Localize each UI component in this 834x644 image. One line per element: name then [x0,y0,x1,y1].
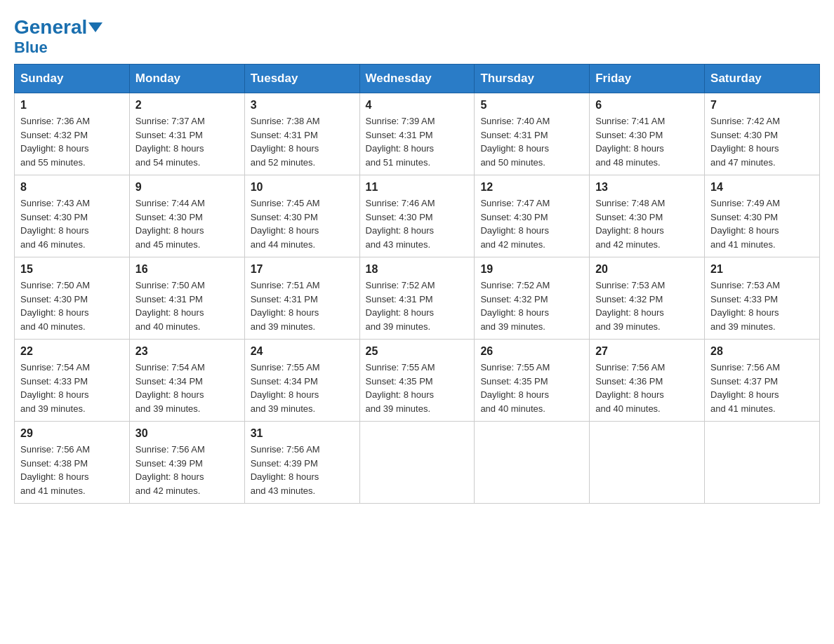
page-header: General Blue [14,14,820,57]
day-number: 2 [135,99,239,112]
calendar-cell: 3 Sunrise: 7:38 AM Sunset: 4:31 PM Dayli… [244,93,359,175]
day-info: Sunrise: 7:40 AM Sunset: 4:31 PM Dayligh… [480,114,583,169]
day-info: Sunrise: 7:50 AM Sunset: 4:31 PM Dayligh… [135,279,239,333]
day-number: 19 [480,263,583,276]
column-header-sunday: Sunday [15,65,130,93]
day-info: Sunrise: 7:56 AM Sunset: 4:36 PM Dayligh… [595,361,699,415]
calendar-cell: 24 Sunrise: 7:55 AM Sunset: 4:34 PM Dayl… [244,340,359,422]
calendar-cell: 4 Sunrise: 7:39 AM Sunset: 4:31 PM Dayli… [359,93,475,175]
day-info: Sunrise: 7:48 AM Sunset: 4:30 PM Dayligh… [595,196,699,251]
day-info: Sunrise: 7:41 AM Sunset: 4:30 PM Dayligh… [595,114,699,169]
day-number: 12 [480,181,583,194]
day-number: 28 [710,345,814,358]
day-info: Sunrise: 7:52 AM Sunset: 4:31 PM Dayligh… [366,279,469,333]
day-info: Sunrise: 7:56 AM Sunset: 4:39 PM Dayligh… [135,443,239,497]
day-info: Sunrise: 7:54 AM Sunset: 4:34 PM Dayligh… [135,361,239,415]
day-number: 26 [480,345,583,358]
calendar-week-2: 8 Sunrise: 7:43 AM Sunset: 4:30 PM Dayli… [15,175,820,257]
calendar-cell: 17 Sunrise: 7:51 AM Sunset: 4:31 PM Dayl… [244,257,359,340]
calendar-cell: 22 Sunrise: 7:54 AM Sunset: 4:33 PM Dayl… [15,340,130,422]
calendar-cell: 11 Sunrise: 7:46 AM Sunset: 4:30 PM Dayl… [359,175,475,257]
day-number: 27 [595,345,699,358]
day-number: 13 [595,181,699,194]
day-info: Sunrise: 7:44 AM Sunset: 4:30 PM Dayligh… [135,196,239,251]
day-info: Sunrise: 7:56 AM Sunset: 4:39 PM Dayligh… [251,443,354,497]
calendar-cell: 29 Sunrise: 7:56 AM Sunset: 4:38 PM Dayl… [15,422,130,504]
column-header-saturday: Saturday [705,65,820,93]
day-number: 30 [135,427,239,440]
calendar-week-3: 15 Sunrise: 7:50 AM Sunset: 4:30 PM Dayl… [15,257,820,340]
calendar-cell: 31 Sunrise: 7:56 AM Sunset: 4:39 PM Dayl… [244,422,359,504]
calendar-week-5: 29 Sunrise: 7:56 AM Sunset: 4:38 PM Dayl… [15,422,820,504]
day-info: Sunrise: 7:55 AM Sunset: 4:35 PM Dayligh… [366,361,469,415]
day-info: Sunrise: 7:56 AM Sunset: 4:38 PM Dayligh… [20,443,124,497]
day-info: Sunrise: 7:43 AM Sunset: 4:30 PM Dayligh… [20,196,124,251]
calendar-cell: 27 Sunrise: 7:56 AM Sunset: 4:36 PM Dayl… [590,340,705,422]
column-header-tuesday: Tuesday [244,65,359,93]
day-info: Sunrise: 7:38 AM Sunset: 4:31 PM Dayligh… [251,114,354,169]
calendar-cell [359,422,475,504]
calendar-week-1: 1 Sunrise: 7:36 AM Sunset: 4:32 PM Dayli… [15,93,820,175]
column-header-monday: Monday [129,65,244,93]
day-number: 23 [135,345,239,358]
day-info: Sunrise: 7:36 AM Sunset: 4:32 PM Dayligh… [20,114,124,169]
calendar-cell: 21 Sunrise: 7:53 AM Sunset: 4:33 PM Dayl… [705,257,820,340]
calendar-cell: 23 Sunrise: 7:54 AM Sunset: 4:34 PM Dayl… [129,340,244,422]
day-info: Sunrise: 7:47 AM Sunset: 4:30 PM Dayligh… [480,196,583,251]
logo: General Blue [14,14,102,57]
day-info: Sunrise: 7:51 AM Sunset: 4:31 PM Dayligh… [251,279,354,333]
day-info: Sunrise: 7:39 AM Sunset: 4:31 PM Dayligh… [366,114,469,169]
day-number: 10 [251,181,354,194]
column-header-wednesday: Wednesday [359,65,475,93]
calendar-week-4: 22 Sunrise: 7:54 AM Sunset: 4:33 PM Dayl… [15,340,820,422]
day-number: 4 [366,99,469,112]
day-info: Sunrise: 7:42 AM Sunset: 4:30 PM Dayligh… [710,114,814,169]
day-number: 22 [20,345,124,358]
day-number: 3 [251,99,354,112]
day-number: 20 [595,263,699,276]
logo-general: General [14,18,102,37]
day-number: 24 [251,345,354,358]
day-info: Sunrise: 7:50 AM Sunset: 4:30 PM Dayligh… [20,279,124,333]
logo-blue-text: Blue [14,39,48,57]
calendar-table: SundayMondayTuesdayWednesdayThursdayFrid… [14,64,820,504]
calendar-cell: 5 Sunrise: 7:40 AM Sunset: 4:31 PM Dayli… [475,93,590,175]
day-number: 17 [251,263,354,276]
day-number: 21 [710,263,814,276]
calendar-cell: 6 Sunrise: 7:41 AM Sunset: 4:30 PM Dayli… [590,93,705,175]
day-number: 11 [366,181,469,194]
calendar-cell: 15 Sunrise: 7:50 AM Sunset: 4:30 PM Dayl… [15,257,130,340]
day-number: 5 [480,99,583,112]
day-info: Sunrise: 7:56 AM Sunset: 4:37 PM Dayligh… [710,361,814,415]
day-number: 7 [710,99,814,112]
calendar-header-row: SundayMondayTuesdayWednesdayThursdayFrid… [15,65,820,93]
calendar-cell: 28 Sunrise: 7:56 AM Sunset: 4:37 PM Dayl… [705,340,820,422]
calendar-cell: 18 Sunrise: 7:52 AM Sunset: 4:31 PM Dayl… [359,257,475,340]
day-info: Sunrise: 7:53 AM Sunset: 4:33 PM Dayligh… [710,279,814,333]
column-header-friday: Friday [590,65,705,93]
day-number: 14 [710,181,814,194]
day-info: Sunrise: 7:55 AM Sunset: 4:35 PM Dayligh… [480,361,583,415]
day-info: Sunrise: 7:37 AM Sunset: 4:31 PM Dayligh… [135,114,239,169]
day-number: 9 [135,181,239,194]
day-number: 16 [135,263,239,276]
calendar-cell: 14 Sunrise: 7:49 AM Sunset: 4:30 PM Dayl… [705,175,820,257]
day-number: 31 [251,427,354,440]
day-info: Sunrise: 7:54 AM Sunset: 4:33 PM Dayligh… [20,361,124,415]
day-info: Sunrise: 7:46 AM Sunset: 4:30 PM Dayligh… [366,196,469,251]
day-info: Sunrise: 7:45 AM Sunset: 4:30 PM Dayligh… [251,196,354,251]
day-number: 15 [20,263,124,276]
calendar-cell: 25 Sunrise: 7:55 AM Sunset: 4:35 PM Dayl… [359,340,475,422]
calendar-cell: 30 Sunrise: 7:56 AM Sunset: 4:39 PM Dayl… [129,422,244,504]
calendar-cell: 13 Sunrise: 7:48 AM Sunset: 4:30 PM Dayl… [590,175,705,257]
calendar-cell [705,422,820,504]
day-info: Sunrise: 7:53 AM Sunset: 4:32 PM Dayligh… [595,279,699,333]
calendar-cell [475,422,590,504]
day-number: 18 [366,263,469,276]
day-info: Sunrise: 7:52 AM Sunset: 4:32 PM Dayligh… [480,279,583,333]
day-info: Sunrise: 7:55 AM Sunset: 4:34 PM Dayligh… [251,361,354,415]
calendar-cell: 10 Sunrise: 7:45 AM Sunset: 4:30 PM Dayl… [244,175,359,257]
column-header-thursday: Thursday [475,65,590,93]
calendar-cell: 9 Sunrise: 7:44 AM Sunset: 4:30 PM Dayli… [129,175,244,257]
calendar-cell: 19 Sunrise: 7:52 AM Sunset: 4:32 PM Dayl… [475,257,590,340]
